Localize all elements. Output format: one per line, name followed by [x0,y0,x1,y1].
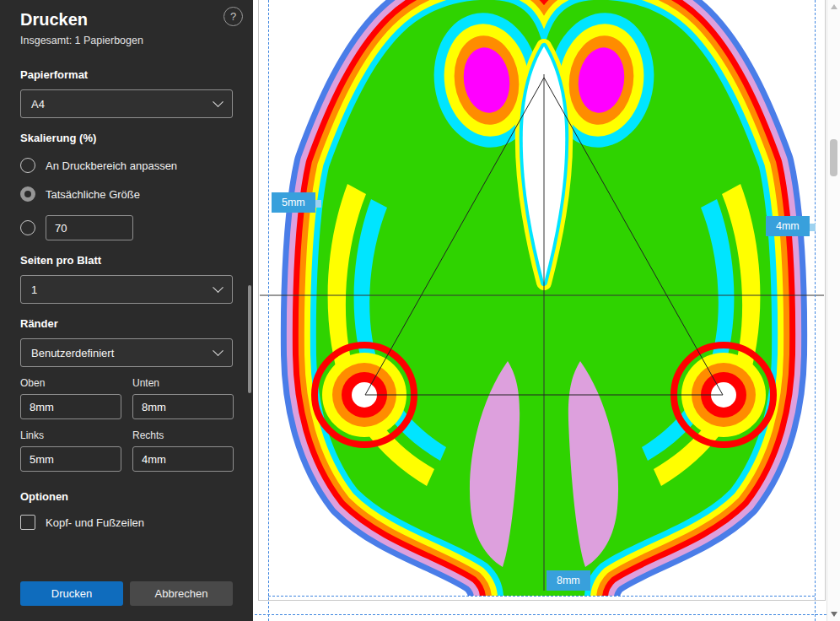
bottom-margin-tag-value: 8mm [557,575,580,586]
chevron-down-icon [213,96,223,107]
radio-actual-selected[interactable] [20,186,35,202]
help-icon[interactable]: ? [223,7,243,26]
right-margin-tag[interactable]: 4mm [766,216,810,236]
scaling-option-custom[interactable] [20,215,233,240]
margins-select[interactable]: Benutzerdefiniert [20,338,233,367]
pages-per-sheet-select[interactable]: 1 [20,275,233,304]
margin-left-label: Links [20,429,121,441]
sidebar-scrollbar-thumb[interactable] [248,285,251,393]
chevron-down-icon [213,282,223,293]
margin-right-label: Rechts [132,429,234,441]
left-margin-tag[interactable]: 5mm [272,192,315,213]
margin-drag-handle-icon[interactable] [315,200,321,208]
right-margin-tag-value: 4mm [776,220,800,232]
margin-top-field: Oben [20,367,121,419]
radio-actual-label: Tatsächliche Größe [46,188,140,201]
pages-per-sheet-label: Seiten pro Blatt [20,254,233,267]
margin-bottom-label: Unten [132,377,234,389]
margins-label: Ränder [20,317,233,330]
margins-value: Benutzerdefiniert [31,347,114,359]
left-margin-line[interactable] [268,0,269,621]
left-margin-tag-value: 5mm [282,197,305,208]
page-bottom-edge-line [255,614,827,615]
radio-custom[interactable] [20,220,35,235]
paper-format-select[interactable]: A4 [20,89,233,118]
bottom-margin-tag[interactable]: 8mm [547,570,590,591]
cancel-button[interactable]: Abbrechen [130,581,233,606]
dialog-footer: Drucken Abbrechen [0,581,253,621]
margin-bottom-field: Unten [132,367,234,419]
chevron-down-icon [213,345,223,356]
margin-top-input[interactable] [20,394,121,419]
header-footer-checkbox[interactable] [20,515,35,530]
margin-drag-handle-icon[interactable] [810,224,816,231]
margin-fields: Oben Unten Links Rechts [20,367,233,472]
margin-top-label: Oben [20,377,121,389]
radio-fit-label: An Druckbereich anpassen [46,159,177,172]
scroll-up-icon[interactable] [831,4,837,9]
margin-bottom-input[interactable] [132,394,234,419]
print-preview-area: 5mm 4mm 8mm [253,0,840,621]
preview-scrollbar[interactable] [827,0,840,621]
scaling-option-fit[interactable]: An Druckbereich anpassen [20,158,233,173]
dialog-title: Drucken [20,10,233,30]
right-margin-line[interactable] [815,0,816,621]
preview-scrollbar-thumb[interactable] [830,139,837,176]
paper-format-label: Papierformat [20,68,233,81]
radio-fit[interactable] [20,158,35,173]
print-button[interactable]: Drucken [20,581,123,606]
print-dialog-header: Drucken Insgesamt: 1 Papierbogen ? [0,0,253,55]
scaling-option-actual[interactable]: Tatsächliche Größe [20,186,233,202]
paper-format-value: A4 [31,98,45,111]
print-dialog-sidebar: Drucken Insgesamt: 1 Papierbogen ? Papie… [0,0,253,621]
margin-left-input[interactable] [20,446,121,472]
margin-right-field: Rechts [132,419,234,472]
sheet-count-text: Insgesamt: 1 Papierbogen [20,35,233,46]
margin-right-input[interactable] [132,446,234,472]
options-label: Optionen [20,490,233,503]
scaling-label: Skalierung (%) [20,132,233,144]
print-preview-figure [253,0,827,621]
scroll-down-icon[interactable] [831,612,837,617]
header-footer-option[interactable]: Kopf- und Fußzeilen [20,515,233,530]
custom-scale-input[interactable] [46,215,133,240]
pages-per-sheet-value: 1 [31,284,37,296]
margin-left-field: Links [20,419,121,472]
bottom-margin-line[interactable] [268,596,815,597]
header-footer-label: Kopf- und Fußzeilen [46,516,144,529]
print-settings: Papierformat A4 Skalierung (%) An Druckb… [0,55,253,530]
